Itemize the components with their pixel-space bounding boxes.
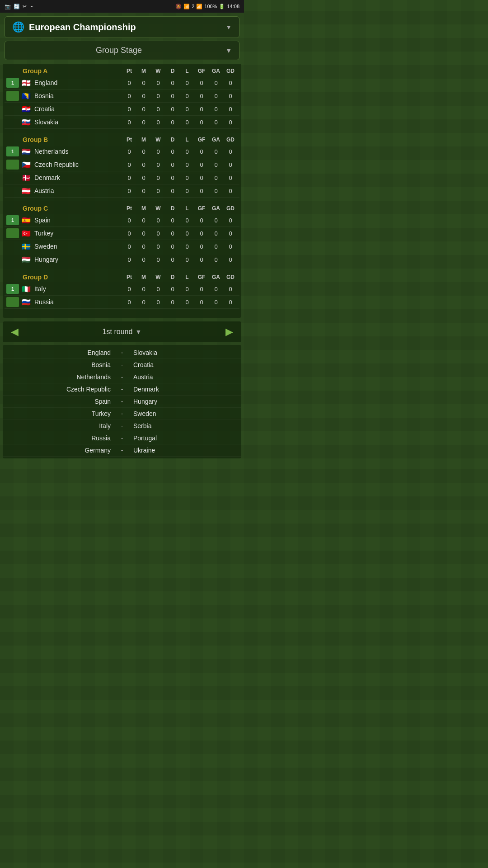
next-round-button[interactable]: ▶ xyxy=(222,324,237,340)
col-header-pt: Pt xyxy=(122,137,136,143)
team-name: Turkey xyxy=(34,230,122,237)
fixture-away-team: Serbia xyxy=(129,422,237,429)
group-name-label: Group B xyxy=(6,136,122,143)
stat-value-l: 0 xyxy=(180,256,194,263)
team-row[interactable]: 🇹🇷Turkey00000000 xyxy=(5,227,239,240)
prev-round-button[interactable]: ◀ xyxy=(7,324,22,340)
column-headers: PtMWDLGFGAGD xyxy=(122,205,238,212)
round-nav: ◀ 1st round ▼ ▶ xyxy=(3,321,241,342)
team-row[interactable]: 1🇮🇹Italy00000000 xyxy=(5,283,239,296)
stat-value-pt: 0 xyxy=(122,80,136,86)
rank-badge: 1 xyxy=(6,146,19,156)
col-header-m: M xyxy=(136,137,151,143)
stat-value-d: 0 xyxy=(165,175,180,181)
rank-empty xyxy=(6,160,19,170)
round-dropdown-arrow[interactable]: ▼ xyxy=(135,328,141,335)
stat-value-m: 0 xyxy=(136,217,151,224)
team-flag: 🇭🇷 xyxy=(21,105,32,113)
tournament-dropdown-arrow[interactable]: ▼ xyxy=(225,24,232,31)
team-row[interactable]: 🇸🇪Sweden00000000 xyxy=(5,240,239,253)
fixture-home-team: England xyxy=(7,349,115,356)
stat-value-l: 0 xyxy=(180,243,194,250)
stat-value-l: 0 xyxy=(180,188,194,194)
more-icon: ··· xyxy=(29,4,33,9)
team-flag: 🇩🇰 xyxy=(21,174,32,182)
stat-value-ga: 0 xyxy=(209,230,223,237)
stat-columns: 00000000 xyxy=(122,106,238,113)
fixture-row[interactable]: Czech Republic-Denmark xyxy=(3,383,241,396)
stat-columns: 00000000 xyxy=(122,286,238,292)
fixture-row[interactable]: Netherlands-Austria xyxy=(3,371,241,383)
stat-columns: 00000000 xyxy=(122,243,238,250)
fixture-separator: - xyxy=(115,398,129,405)
stat-value-gf: 0 xyxy=(194,106,209,113)
fixture-row[interactable]: Italy-Serbia xyxy=(3,420,241,432)
stat-value-gf: 0 xyxy=(194,243,209,250)
stat-value-ga: 0 xyxy=(209,80,223,86)
stat-value-pt: 0 xyxy=(122,299,136,306)
stat-value-m: 0 xyxy=(136,175,151,181)
team-row[interactable]: 🇧🇦Bosnia00000000 xyxy=(5,90,239,103)
rank-badge: 1 xyxy=(6,78,19,88)
fixture-home-team: Netherlands xyxy=(7,373,115,381)
group-name-label: Group C xyxy=(6,205,122,212)
fixture-row[interactable]: England-Slovakia xyxy=(3,347,241,359)
round-label: 1st round ▼ xyxy=(103,328,142,336)
team-row[interactable]: 🇷🇺Russia00000000 xyxy=(5,296,239,309)
stat-value-ga: 0 xyxy=(209,161,223,168)
stat-value-ga: 0 xyxy=(209,106,223,113)
team-row[interactable]: 1🇳🇱Netherlands00000000 xyxy=(5,145,239,158)
stat-value-pt: 0 xyxy=(122,230,136,237)
team-row[interactable]: 🇦🇹Austria00000000 xyxy=(5,184,239,198)
team-row[interactable]: 1🇪🇸Spain00000000 xyxy=(5,214,239,227)
team-flag: 🇷🇺 xyxy=(21,298,32,306)
stat-value-gf: 0 xyxy=(194,256,209,263)
stat-value-pt: 0 xyxy=(122,286,136,292)
tournament-name: European Championship xyxy=(29,22,136,33)
stat-value-l: 0 xyxy=(180,106,194,113)
stat-value-gd: 0 xyxy=(223,161,238,168)
stat-value-gd: 0 xyxy=(223,93,238,99)
col-header-ga: GA xyxy=(209,274,223,280)
team-row[interactable]: 1🏴󠁧󠁢󠁥󠁮󠁧󠁿England00000000 xyxy=(5,76,239,90)
team-row[interactable]: 🇸🇰Slovakia00000000 xyxy=(5,116,239,129)
group-section-groupb: Group BPtMWDLGFGAGD1🇳🇱Netherlands0000000… xyxy=(5,135,239,198)
fixture-row[interactable]: Turkey-Sweden xyxy=(3,408,241,420)
stat-value-w: 0 xyxy=(151,286,165,292)
col-header-gd: GD xyxy=(223,137,238,143)
fixture-away-team: Ukraine xyxy=(129,447,237,454)
team-flag: 🇸🇪 xyxy=(21,242,32,250)
team-name: Slovakia xyxy=(34,118,122,126)
stat-value-gd: 0 xyxy=(223,217,238,224)
stage-dropdown-arrow[interactable]: ▼ xyxy=(225,47,232,54)
column-headers: PtMWDLGFGAGD xyxy=(122,137,238,143)
stat-value-d: 0 xyxy=(165,217,180,224)
stat-value-w: 0 xyxy=(151,230,165,237)
notification-badge: 2 xyxy=(192,4,194,9)
team-row[interactable]: 🇭🇺Hungary00000000 xyxy=(5,253,239,266)
fixture-row[interactable]: Bosnia-Croatia xyxy=(3,359,241,371)
stat-value-d: 0 xyxy=(165,256,180,263)
stat-value-gf: 0 xyxy=(194,93,209,99)
stat-value-m: 0 xyxy=(136,243,151,250)
team-row[interactable]: 🇭🇷Croatia00000000 xyxy=(5,103,239,116)
team-row[interactable]: 🇨🇿Czech Republic00000000 xyxy=(5,158,239,171)
team-row[interactable]: 🇩🇰Denmark00000000 xyxy=(5,171,239,184)
stat-columns: 00000000 xyxy=(122,161,238,168)
team-name: Hungary xyxy=(34,256,122,263)
stat-value-gd: 0 xyxy=(223,148,238,155)
fixture-home-team: Bosnia xyxy=(7,361,115,368)
fixture-row[interactable]: Spain-Hungary xyxy=(3,396,241,408)
stat-value-d: 0 xyxy=(165,286,180,292)
battery-icon: 🔋 xyxy=(219,4,225,9)
fixture-separator: - xyxy=(115,410,129,417)
team-flag: 🏴󠁧󠁢󠁥󠁮󠁧󠁿 xyxy=(21,79,32,87)
tournament-header[interactable]: 🌐 European Championship ▼ xyxy=(5,16,239,38)
fixture-row[interactable]: Germany-Ukraine xyxy=(3,444,241,457)
fixture-row[interactable]: Russia-Portugal xyxy=(3,432,241,444)
stat-value-l: 0 xyxy=(180,217,194,224)
stage-header[interactable]: Group Stage ▼ xyxy=(5,41,239,60)
team-flag: 🇭🇺 xyxy=(21,255,32,264)
stat-value-gd: 0 xyxy=(223,299,238,306)
team-name: Czech Republic xyxy=(34,161,122,168)
